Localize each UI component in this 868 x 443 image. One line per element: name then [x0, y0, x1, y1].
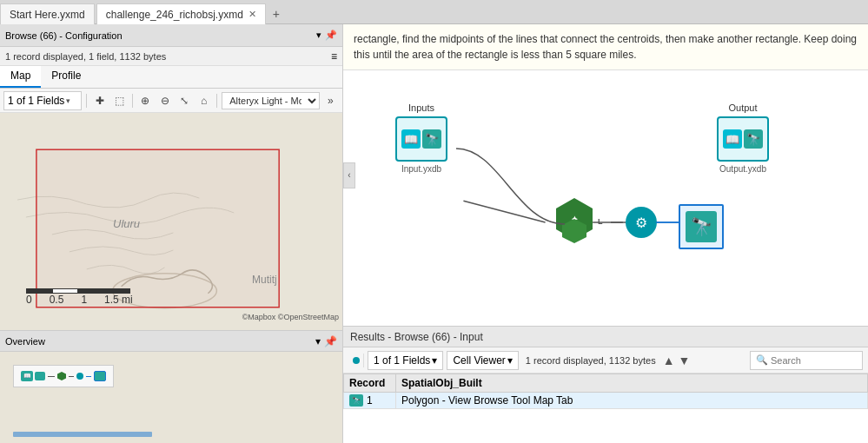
scale-05: 0.5 [50, 294, 64, 306]
svg-rect-1 [36, 149, 279, 307]
challenge-description: rectangle, find the midpoints of the lin… [343, 24, 868, 70]
browse-icon-inputs: 🔭 [422, 129, 441, 149]
browse-large-icon: 🔭 [686, 211, 717, 242]
sort-up-btn[interactable]: ▲ [663, 354, 675, 367]
overview-chevron-icon: ▾ [315, 335, 321, 347]
search-box[interactable]: 🔍 [750, 351, 863, 370]
sort-down-btn[interactable]: ▼ [679, 354, 691, 367]
search-icon: 🔍 [756, 354, 768, 366]
mini-browse-node [94, 371, 106, 381]
more-btn[interactable]: » [322, 92, 339, 109]
select-btn[interactable]: ⬚ [110, 92, 127, 109]
book-icon: 📖 [401, 129, 421, 149]
chevron-down-icon: ▾ [316, 30, 321, 41]
dropdown-arrow-icon: ▾ [66, 96, 70, 105]
overview-pin-icon[interactable]: 📌 [324, 335, 337, 347]
fields-dropdown[interactable]: 1 of 1 Fields ▾ [3, 91, 82, 110]
circle-tool[interactable]: ⚙ [626, 207, 657, 238]
add-tool-btn[interactable]: ✚ [91, 92, 108, 109]
zoom-fit-btn[interactable]: ⤡ [176, 92, 193, 109]
tab-label-challenge: challenge_246_richobsj.yxmd [106, 9, 243, 21]
overview-title: Overview [5, 336, 45, 347]
zoom-out-btn[interactable]: ⊖ [156, 92, 173, 109]
fields-dropdown-results[interactable]: 1 of 1 Fields ▾ [368, 351, 443, 370]
hex-tool-large[interactable]: ✦ [556, 198, 593, 240]
tab-start-here[interactable]: Start Here.yxmd [0, 3, 95, 24]
scale-0: 0 [26, 294, 32, 306]
workflow-canvas: rectangle, find the midpoints of the lin… [343, 24, 868, 326]
record-info-label: 1 record displayed, 1 field, 1132 bytes [5, 51, 166, 62]
tab-challenge[interactable]: challenge_246_richobsj.yxmd ✕ [96, 3, 266, 24]
browse-node-box: 🔭 [679, 204, 724, 249]
map-credit: ©Mapbox ©OpenStreetMap [242, 313, 339, 321]
scale-1: 1 [81, 294, 87, 306]
browse-icon-output: 🔭 [744, 129, 763, 149]
table-row: 🔭 1 Polygon - View Browse Tool Map Tab [344, 393, 868, 409]
record-count-label: 1 record displayed, 1132 bytes [522, 355, 656, 366]
tab-label-start: Start Here.yxmd [10, 9, 85, 21]
mini-circle-node [76, 373, 83, 380]
results-title: Results - Browse (66) - Input [350, 331, 483, 343]
svg-line-2 [463, 201, 545, 222]
left-dot [353, 357, 360, 364]
home-btn[interactable]: ⌂ [195, 92, 212, 109]
cell-spatialobj: Polygon - View Browse Tool Map Tab [396, 393, 868, 409]
cell-viewer-btn[interactable]: Cell Viewer ▾ [447, 351, 518, 370]
browse-right-node[interactable]: 🔭 [679, 204, 724, 249]
mini-hex-node [57, 372, 66, 380]
mini-input-node: 📖 [21, 371, 45, 381]
row-browse-icon: 🔭 [349, 394, 363, 407]
inputs-node[interactable]: Inputs 📖 🔭 Input.yxdb [395, 102, 447, 174]
tab-profile[interactable]: Profile [41, 66, 91, 88]
gear-circle-icon: ⚙ [626, 207, 657, 238]
cell-viewer-arrow: ▾ [507, 354, 513, 367]
map-style-select[interactable]: Alteryx Light - Mo [222, 92, 319, 109]
tab-map[interactable]: Map [0, 66, 41, 88]
tab-add-button[interactable]: + [268, 3, 285, 23]
tab-close-challenge[interactable]: ✕ [248, 9, 256, 20]
book-icon-output: 📖 [723, 129, 742, 149]
col-header-spatialobj: SpatialObj_Built [396, 374, 868, 393]
fields-dropdown-arrow: ▾ [432, 354, 437, 367]
overview-content: 📖 [0, 352, 342, 443]
map-place-label: Uluru [113, 217, 140, 230]
col-header-record: Record [344, 374, 396, 393]
settings-icon[interactable]: ≡ [331, 50, 337, 63]
pin-icon[interactable]: 📌 [325, 30, 337, 41]
scale-15: 1.5 mi [104, 294, 133, 306]
map-place-label2: Mutitj [252, 274, 277, 286]
left-panel-title: Browse (66) - Configuration [5, 30, 123, 41]
search-input[interactable] [771, 355, 849, 366]
map-view: Uluru Mutitj 0 0.5 1 1.5 mi ©Mapbox ©Ope… [0, 113, 342, 330]
zoom-in-btn[interactable]: ⊕ [137, 92, 154, 109]
connector-l: L [598, 217, 603, 226]
expand-btn[interactable]: ‹ [343, 162, 355, 188]
hex-small-icon [562, 219, 586, 243]
output-node[interactable]: Output 📖 🔭 Output.yxdb [717, 102, 769, 174]
cell-record: 🔭 1 [344, 393, 396, 409]
